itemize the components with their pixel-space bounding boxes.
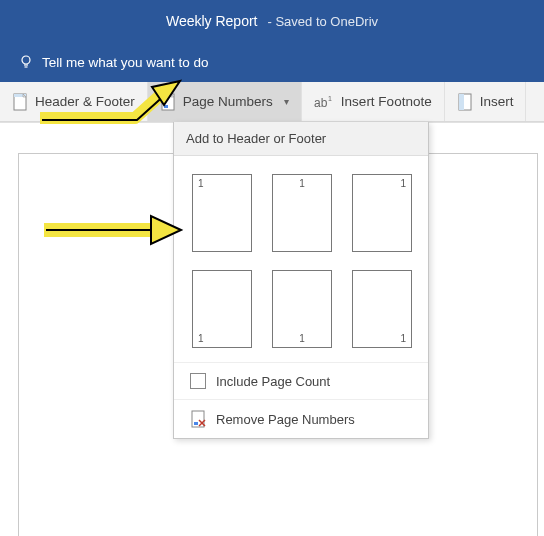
insert-icon xyxy=(457,93,473,111)
position-top-right[interactable]: 1 xyxy=(352,174,412,252)
position-top-left[interactable]: 1 xyxy=(192,174,252,252)
remove-page-numbers-label: Remove Page Numbers xyxy=(216,412,355,427)
remove-page-numbers-icon xyxy=(190,410,206,428)
svg-rect-10 xyxy=(459,94,464,110)
footnote-icon: ab 1 xyxy=(314,94,334,110)
saved-status: - Saved to OneDriv xyxy=(268,14,379,29)
svg-rect-12 xyxy=(194,422,198,425)
position-grid: 1 1 1 1 1 1 xyxy=(174,156,428,362)
insert-footnote-button[interactable]: ab 1 Insert Footnote xyxy=(302,82,445,121)
annotation-arrow-1 xyxy=(32,75,182,135)
page-numbers-label: Page Numbers xyxy=(183,94,273,109)
lightbulb-icon xyxy=(18,54,34,70)
position-bottom-right[interactable]: 1 xyxy=(352,270,412,348)
position-bottom-center[interactable]: 1 xyxy=(272,270,332,348)
svg-text:ab: ab xyxy=(314,96,328,110)
dropdown-header: Add to Header or Footer xyxy=(174,122,428,156)
svg-text:1: 1 xyxy=(328,95,332,102)
svg-marker-18 xyxy=(151,216,181,244)
svg-point-0 xyxy=(22,56,30,64)
annotation-arrow-2 xyxy=(36,210,186,250)
position-top-center[interactable]: 1 xyxy=(272,174,332,252)
page-numbers-dropdown: Add to Header or Footer 1 1 1 1 1 1 Incl… xyxy=(173,122,429,439)
insert-button[interactable]: Insert xyxy=(445,82,527,121)
insert-footnote-label: Insert Footnote xyxy=(341,94,432,109)
title-bar: Weekly Report - Saved to OneDriv xyxy=(0,0,544,42)
header-footer-icon xyxy=(12,93,28,111)
document-title: Weekly Report xyxy=(166,13,258,29)
position-bottom-left[interactable]: 1 xyxy=(192,270,252,348)
tell-me-text: Tell me what you want to do xyxy=(42,55,209,70)
remove-page-numbers-row[interactable]: Remove Page Numbers xyxy=(174,399,428,438)
chevron-down-icon: ▾ xyxy=(284,96,289,107)
insert-label: Insert xyxy=(480,94,514,109)
include-page-count-checkbox[interactable] xyxy=(190,373,206,389)
include-page-count-row[interactable]: Include Page Count xyxy=(174,362,428,399)
include-page-count-label: Include Page Count xyxy=(216,374,330,389)
